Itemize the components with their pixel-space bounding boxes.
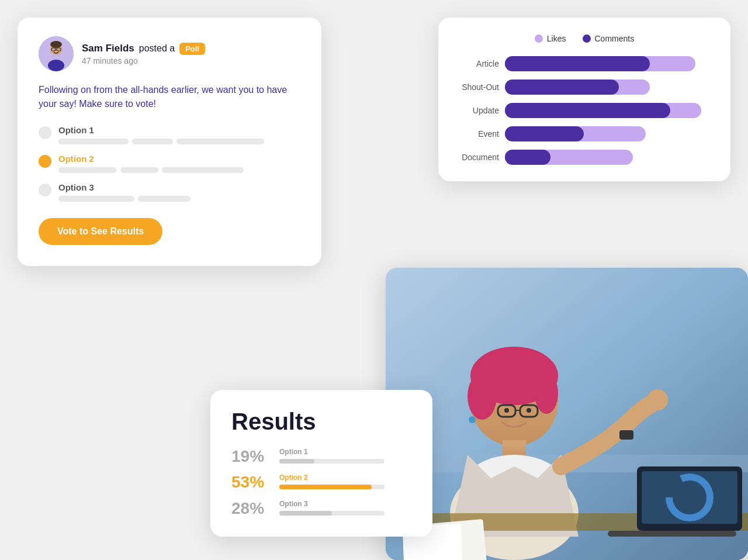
poll-options: Option 1 Option 2 [39, 125, 300, 202]
result-info-3: Option 3 [279, 500, 411, 516]
chart-legend: Likes Comments [457, 34, 712, 43]
chart-row-document: Document [457, 150, 712, 165]
result-bar-track-2 [279, 485, 385, 489]
svg-point-21 [527, 408, 531, 413]
result-row-2: 53% Option 2 [231, 473, 411, 492]
option-lines-2 [58, 167, 300, 173]
chart-bars-event [505, 126, 712, 141]
chart-card: Likes Comments Article Shout-Out [438, 18, 730, 181]
option-label-3: Option 3 [58, 182, 300, 192]
option-radio-2[interactable] [39, 155, 51, 168]
result-option-label-2: Option 2 [279, 473, 411, 482]
likes-dot [535, 34, 543, 43]
poll-option-1[interactable]: Option 1 [39, 125, 300, 144]
result-row-1: 19% Option 1 [231, 448, 411, 466]
vote-button[interactable]: Vote to See Results [39, 218, 162, 245]
chart-label-document: Document [457, 153, 499, 162]
result-info-2: Option 2 [279, 473, 411, 489]
result-pct-2: 53% [231, 473, 272, 492]
option-line [138, 196, 191, 202]
svg-rect-9 [386, 268, 748, 472]
svg-point-23 [647, 389, 668, 410]
poll-badge: Poll [179, 43, 205, 55]
option-content-1: Option 1 [58, 125, 300, 144]
svg-point-20 [504, 408, 509, 413]
option-line [176, 139, 264, 144]
poll-time: 47 minutes ago [82, 56, 205, 65]
results-title: Results [231, 409, 411, 435]
option-line [58, 167, 117, 173]
chart-row-event: Event [457, 126, 712, 141]
result-bar-fill-1 [279, 459, 314, 464]
option-line [58, 139, 129, 144]
photo-card [386, 268, 748, 560]
svg-point-13 [468, 373, 497, 420]
svg-rect-24 [619, 430, 633, 440]
chart-row-update: Update [457, 103, 712, 118]
result-row-3: 28% Option 3 [231, 500, 411, 518]
result-info-1: Option 1 [279, 448, 411, 464]
svg-point-14 [535, 373, 558, 414]
svg-rect-29 [608, 531, 736, 537]
option-radio-3[interactable] [39, 184, 51, 196]
svg-point-2 [50, 41, 62, 48]
poll-meta: Sam Fields posted a Poll 47 minutes ago [82, 43, 205, 65]
option-lines-1 [58, 139, 300, 144]
option-line [162, 167, 244, 173]
chart-row-article: Article [457, 56, 712, 71]
bar-comments-update [505, 103, 670, 118]
bar-comments-shoutout [505, 79, 619, 95]
chart-rows: Article Shout-Out Update [457, 56, 712, 165]
legend-likes: Likes [535, 34, 566, 43]
result-option-label-3: Option 3 [279, 500, 411, 508]
avatar [39, 36, 74, 71]
chart-bars-update [505, 103, 712, 118]
bar-comments-event [505, 126, 584, 141]
chart-label-article: Article [457, 59, 499, 68]
option-line [132, 139, 173, 144]
option-lines-3 [58, 196, 300, 202]
option-label-2: Option 2 [58, 154, 300, 164]
results-card: Results 19% Option 1 53% Option 2 [210, 390, 432, 537]
result-bar-track-1 [279, 459, 385, 464]
comments-label: Comments [595, 34, 635, 43]
result-bar-track-3 [279, 511, 385, 516]
chart-label-shoutout: Shout-Out [457, 82, 499, 92]
svg-point-22 [469, 416, 476, 423]
chart-bars-article [505, 56, 712, 71]
option-radio-1[interactable] [39, 126, 51, 139]
result-option-label-1: Option 1 [279, 448, 411, 456]
option-content-3: Option 3 [58, 182, 300, 202]
legend-comments: Comments [583, 34, 635, 43]
chart-bars-shoutout [505, 79, 712, 95]
poll-header: Sam Fields posted a Poll 47 minutes ago [39, 36, 300, 71]
poll-card: Sam Fields posted a Poll 47 minutes ago … [18, 18, 321, 266]
likes-label: Likes [547, 34, 566, 43]
chart-label-update: Update [457, 106, 499, 115]
bar-comments-article [505, 56, 650, 71]
option-label-1: Option 1 [58, 125, 300, 135]
svg-point-3 [48, 60, 64, 71]
scene: Sam Fields posted a Poll 47 minutes ago … [0, 0, 748, 560]
option-line [120, 167, 158, 173]
poll-option-3[interactable]: Option 3 [39, 182, 300, 202]
author-name: Sam Fields [82, 43, 134, 54]
result-pct-3: 28% [231, 500, 272, 518]
poll-question: Following on from the all-hands earlier,… [39, 83, 300, 111]
posted-text: posted a [139, 43, 175, 54]
result-bar-fill-2 [279, 485, 372, 489]
poll-author-line: Sam Fields posted a Poll [82, 43, 205, 55]
option-line [58, 196, 134, 202]
poll-option-2[interactable]: Option 2 [39, 154, 300, 173]
chart-row-shoutout: Shout-Out [457, 79, 712, 95]
result-pct-1: 19% [231, 448, 272, 466]
result-rows: 19% Option 1 53% Option 2 [231, 448, 411, 518]
photo-background [386, 268, 748, 560]
chart-bars-document [505, 150, 712, 165]
result-bar-fill-3 [279, 511, 332, 516]
chart-label-event: Event [457, 129, 499, 139]
bar-comments-document [505, 150, 550, 165]
option-content-2: Option 2 [58, 154, 300, 173]
comments-dot [583, 34, 591, 43]
